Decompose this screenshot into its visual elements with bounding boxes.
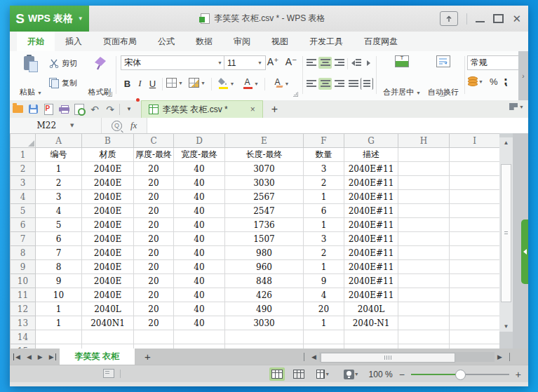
cell-I14[interactable] (450, 330, 500, 344)
cell-B3[interactable]: 2040E (82, 176, 134, 190)
cell-G10[interactable]: 2040E#11 (344, 274, 398, 288)
cell-E8[interactable]: 980 (225, 246, 304, 260)
cell-B7[interactable]: 2040E (82, 232, 134, 246)
decrease-indent-button[interactable] (349, 57, 363, 69)
cell-C12[interactable]: 20 (134, 302, 174, 316)
minimize-button[interactable] (476, 15, 485, 22)
first-sheet-button[interactable]: ◀ (15, 353, 20, 360)
zoom-slider[interactable] (411, 370, 509, 379)
cell-B9[interactable]: 2040E (82, 260, 134, 274)
cell-D8[interactable]: 40 (174, 246, 225, 260)
open-button[interactable] (10, 102, 25, 116)
cell-F1[interactable]: 数量 (304, 148, 344, 162)
cell-C11[interactable]: 20 (134, 288, 174, 302)
cell-A12[interactable]: 1 (36, 302, 82, 316)
ribbon-tab-1[interactable]: 开始 (17, 32, 55, 51)
cell-F9[interactable]: 1 (304, 260, 344, 274)
cell-H5[interactable] (398, 204, 450, 218)
scroll-down-button[interactable]: ▼ (499, 321, 513, 332)
cell-H1[interactable] (398, 148, 450, 162)
cell-A5[interactable]: 4 (36, 204, 82, 218)
horizontal-scrollbar[interactable]: ◀ ▶ (300, 351, 521, 362)
cell-F7[interactable]: 3 (304, 232, 344, 246)
cell-C6[interactable]: 20 (134, 218, 174, 232)
add-sheet-button[interactable]: + (144, 351, 151, 363)
scroll-left-button[interactable]: ◀ (309, 353, 319, 360)
cell-C3[interactable]: 20 (134, 176, 174, 190)
cell-E2[interactable]: 3070 (225, 162, 304, 176)
formula-input[interactable] (147, 118, 528, 133)
cell-I9[interactable] (450, 260, 500, 274)
cell-F6[interactable]: 1 (304, 218, 344, 232)
cell-G14[interactable] (344, 330, 398, 344)
copy-button[interactable]: 复制 (49, 78, 77, 88)
cell-B10[interactable]: 2040E (82, 274, 134, 288)
merge-center-button[interactable]: 合并居中 ▼ (379, 53, 425, 100)
cell-F3[interactable]: 2 (304, 176, 344, 190)
ribbon-tab-7[interactable]: 视图 (261, 32, 299, 51)
cell-C14[interactable] (134, 330, 174, 344)
cell-B12[interactable]: 2040L (82, 302, 134, 316)
cell-A6[interactable]: 5 (36, 218, 82, 232)
align-center-button[interactable] (318, 78, 332, 90)
close-document-icon[interactable]: × (250, 104, 255, 114)
cell-D2[interactable]: 40 (174, 162, 225, 176)
row-header-12[interactable]: 12 (11, 302, 36, 316)
print-button[interactable] (56, 102, 72, 116)
cell-I6[interactable] (450, 218, 500, 232)
cell-C10[interactable]: 20 (134, 274, 174, 288)
cell-B8[interactable]: 2040E (82, 246, 134, 260)
clipboard-dialog-launcher[interactable] (107, 92, 112, 97)
sheet-tab-active[interactable]: 李笑笑 衣柜 (60, 349, 135, 365)
cell-G6[interactable]: 2040E#11 (344, 218, 398, 232)
cell-H12[interactable] (398, 302, 450, 316)
cell-H13[interactable] (398, 316, 450, 330)
cell-H2[interactable] (398, 162, 450, 176)
cell-E10[interactable]: 848 (225, 274, 304, 288)
cell-C4[interactable]: 20 (134, 190, 174, 204)
cell-C8[interactable]: 20 (134, 246, 174, 260)
cell-G2[interactable]: 2040E#11 (344, 162, 398, 176)
cell-H8[interactable] (398, 246, 450, 260)
cut-button[interactable]: 剪切 (49, 58, 77, 69)
row-header-11[interactable]: 11 (11, 288, 36, 302)
row-header-5[interactable]: 5 (11, 204, 36, 218)
cell-C1[interactable]: 厚度-最终 (134, 148, 174, 162)
last-sheet-button[interactable]: ▶ (49, 353, 54, 360)
cell-A7[interactable]: 6 (36, 232, 82, 246)
scroll-right-button[interactable]: ▶ (495, 353, 505, 360)
cell-H11[interactable] (398, 288, 450, 302)
cell-F12[interactable]: 20 (304, 302, 344, 316)
cell-I10[interactable] (450, 274, 500, 288)
font-name-select[interactable]: 宋体▼ (121, 55, 226, 70)
percent-format-button[interactable]: % (490, 76, 498, 87)
cell-B11[interactable]: 2040E (82, 288, 134, 302)
wps-app-button[interactable]: S WPS 表格 ▼ (10, 6, 89, 32)
align-left-button[interactable] (304, 78, 318, 90)
borders-button[interactable]: ▼ (166, 78, 183, 88)
paste-button[interactable]: 粘贴 ▼ (14, 53, 48, 100)
horizontal-scroll-thumb[interactable] (321, 353, 455, 363)
cell-D12[interactable]: 40 (174, 302, 225, 316)
cell-B6[interactable]: 2040E (82, 218, 134, 232)
cell-D1[interactable]: 宽度-最终 (174, 148, 225, 162)
workspace-panel-button[interactable]: ▼ (509, 103, 524, 110)
vertical-scrollbar[interactable]: ▲ ▼ (499, 133, 513, 349)
cell-D11[interactable]: 40 (174, 288, 225, 302)
increase-font-button[interactable]: A⁺ (264, 55, 281, 69)
currency-format-button[interactable]: ▼ (467, 76, 483, 86)
cell-A2[interactable]: 1 (36, 162, 82, 176)
row-header-8[interactable]: 8 (11, 246, 36, 260)
increase-indent-button[interactable] (363, 57, 373, 69)
draw-border-button[interactable]: ▼ (189, 78, 206, 88)
cell-A9[interactable]: 8 (36, 260, 82, 274)
align-top-button[interactable] (304, 57, 318, 69)
cell-B1[interactable]: 材质 (82, 148, 134, 162)
cell-D14[interactable] (174, 330, 225, 344)
cell-E11[interactable]: 426 (225, 288, 304, 302)
cell-C5[interactable]: 20 (134, 204, 174, 218)
cell-D7[interactable]: 40 (174, 232, 225, 246)
cell-D4[interactable]: 40 (174, 190, 225, 204)
cell-H4[interactable] (398, 190, 450, 204)
font-color-button[interactable]: A ▼ (241, 75, 260, 92)
